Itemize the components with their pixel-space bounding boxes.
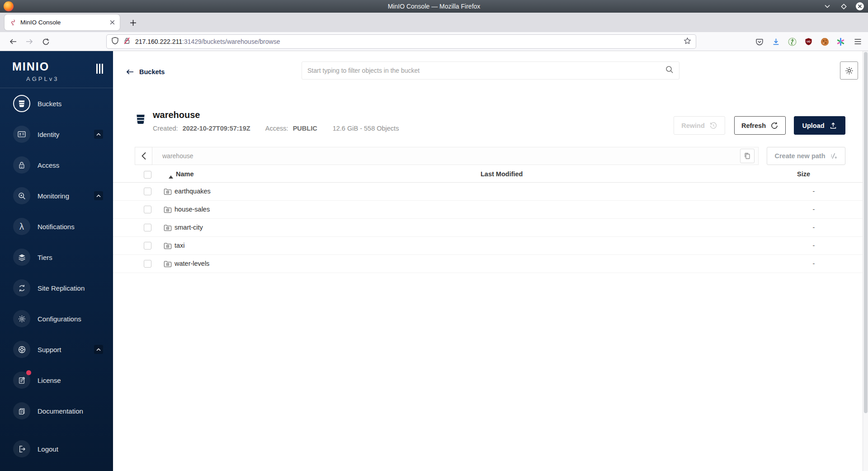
sidebar-item-logout[interactable]: Logout	[0, 433, 113, 464]
browser-tab[interactable]: MinIO Console	[5, 14, 120, 30]
svg-text:UO: UO	[807, 40, 811, 43]
lambda-icon: λ	[13, 218, 30, 235]
folder-icon	[164, 206, 172, 215]
refresh-button[interactable]: Refresh	[734, 116, 786, 135]
sidebar-item-license[interactable]: License	[0, 365, 113, 396]
window-titlebar: MinIO Console — Mozilla Firefox	[0, 0, 868, 13]
filter-search-box[interactable]	[302, 61, 679, 80]
table-row[interactable]: taxi -	[113, 237, 863, 255]
sidebar-item-access[interactable]: Access	[0, 150, 113, 180]
forward-icon[interactable]	[24, 36, 35, 47]
ublock-origin-icon[interactable]: UO	[802, 36, 814, 47]
license-document-icon	[13, 372, 30, 389]
sort-ascending-icon	[169, 173, 173, 180]
create-new-path-button[interactable]: Create new path	[767, 147, 845, 165]
access-label: Access:	[265, 125, 288, 132]
page-scrollbar[interactable]	[863, 51, 868, 471]
bucket-name-title: warehouse	[153, 110, 200, 120]
sidebar-item-identity[interactable]: Identity	[0, 119, 113, 150]
upload-label: Upload	[802, 122, 824, 129]
current-path-bar[interactable]: warehouse	[152, 147, 759, 165]
tab-title: MinIO Console	[20, 19, 107, 26]
sidebar-item-label: Identity	[38, 131, 59, 138]
new-tab-button[interactable]	[127, 17, 138, 28]
lock-icon	[13, 156, 30, 174]
settings-gear-button[interactable]	[840, 61, 858, 80]
window-close-button[interactable]	[855, 2, 864, 11]
chevron-left-icon	[141, 152, 146, 160]
sidebar-item-tiers[interactable]: Tiers	[0, 242, 113, 273]
sidebar-item-label: Documentation	[38, 407, 83, 415]
refresh-label: Refresh	[741, 122, 766, 129]
chevron-up-icon[interactable]	[94, 345, 103, 354]
pocket-icon[interactable]	[754, 36, 765, 47]
row-checkbox[interactable]	[144, 188, 151, 195]
reload-icon[interactable]	[40, 36, 52, 47]
sidebar-item-label: License	[38, 377, 61, 384]
sidebar-item-monitoring[interactable]: Monitoring	[0, 180, 113, 211]
row-checkbox[interactable]	[144, 242, 151, 250]
new-path-icon	[830, 152, 838, 160]
rewind-icon	[709, 122, 717, 130]
row-checkbox[interactable]	[144, 260, 151, 268]
sidebar-item-buckets[interactable]: Buckets	[0, 88, 113, 119]
table-row[interactable]: water-levels -	[113, 255, 863, 273]
created-value: 2022-10-27T09:57:19Z	[183, 125, 250, 132]
notification-dot	[26, 370, 31, 375]
documentation-icon	[13, 402, 30, 419]
select-all-checkbox[interactable]	[144, 171, 151, 179]
path-back-button[interactable]	[135, 147, 152, 165]
magnifier-icon	[13, 187, 30, 204]
window-maximize-button[interactable]	[839, 2, 848, 11]
license-edition-label: AGPLv3	[26, 75, 59, 82]
sidebar-item-label: Buckets	[38, 100, 61, 108]
sidebar-item-label: Support	[38, 346, 61, 353]
insecure-lock-icon[interactable]	[123, 37, 131, 47]
download-icon[interactable]	[770, 36, 782, 47]
sidebar-item-documentation[interactable]: Documentation	[0, 396, 113, 426]
sidebar-item-site-replication[interactable]: Site Replication	[0, 273, 113, 303]
back-to-buckets[interactable]: Buckets	[126, 68, 165, 75]
search-icon	[665, 66, 674, 75]
tab-close-icon[interactable]	[109, 19, 115, 25]
id-card-icon	[13, 126, 30, 143]
sidebar-item-notifications[interactable]: λ Notifications	[0, 211, 113, 242]
sidebar-item-label: Notifications	[38, 223, 75, 231]
url-bar[interactable]: 217.160.222.211:31429/buckets/warehouse/…	[106, 34, 696, 49]
created-label: Created:	[153, 125, 178, 132]
table-body: earthquakes - house-sales - smart-city -	[113, 183, 863, 273]
copy-path-button[interactable]	[740, 149, 755, 163]
shield-icon[interactable]	[111, 37, 119, 47]
column-header-name[interactable]: Name	[176, 170, 194, 178]
sidebar-collapse-icon[interactable]	[96, 64, 103, 74]
url-text: 217.160.222.211:31429/buckets/warehouse/…	[135, 38, 684, 45]
layers-icon	[13, 249, 30, 266]
row-checkbox[interactable]	[144, 206, 151, 213]
multicolor-extension-icon[interactable]	[835, 36, 846, 47]
menu-hamburger-icon[interactable]	[852, 36, 863, 47]
table-row[interactable]: earthquakes -	[113, 183, 863, 201]
window-minimize-button[interactable]	[823, 2, 832, 11]
scrollbar-thumb[interactable]	[864, 52, 868, 413]
browser-tab-bar: MinIO Console	[0, 13, 868, 32]
sidebar-item-support[interactable]: Support	[0, 334, 113, 365]
window-title: MinIO Console — Mozilla Firefox	[0, 0, 868, 13]
rewind-label: Rewind	[681, 122, 705, 129]
cookie-icon[interactable]	[819, 36, 830, 47]
extension-green-icon[interactable]	[786, 36, 798, 47]
gear-icon	[844, 66, 854, 75]
sidebar-item-label: Access	[38, 161, 59, 169]
filter-search-input[interactable]	[307, 67, 665, 74]
chevron-up-icon[interactable]	[94, 191, 103, 200]
chevron-up-icon[interactable]	[94, 130, 103, 139]
breadcrumb-label: Buckets	[139, 68, 165, 75]
table-row[interactable]: house-sales -	[113, 201, 863, 219]
rewind-button[interactable]: Rewind	[674, 116, 725, 135]
table-row[interactable]: smart-city -	[113, 219, 863, 237]
bookmark-star-icon[interactable]	[684, 37, 691, 47]
row-checkbox[interactable]	[144, 224, 151, 231]
upload-button[interactable]: Upload	[794, 116, 845, 135]
sidebar-item-configurations[interactable]: Configurations	[0, 303, 113, 334]
sidebar-item-label: Tiers	[38, 254, 52, 261]
back-icon[interactable]	[7, 36, 19, 47]
